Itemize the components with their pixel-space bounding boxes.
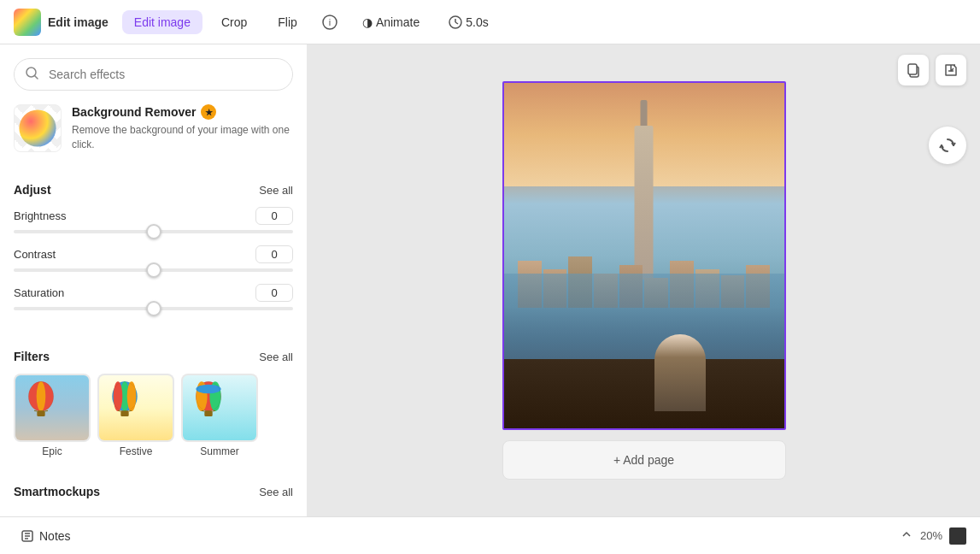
- image-content: [504, 83, 784, 428]
- duration-label: 5.0s: [466, 15, 488, 29]
- svg-point-8: [37, 381, 46, 411]
- export-button[interactable]: [936, 55, 966, 85]
- copy-icon: [906, 62, 921, 78]
- flip-button[interactable]: Flip: [266, 10, 309, 34]
- notes-button[interactable]: Notes: [14, 526, 78, 546]
- filter-festive-thumb: [97, 374, 174, 442]
- edit-image-title: Edit image: [48, 15, 109, 29]
- svg-line-11: [34, 410, 37, 411]
- svg-line-12: [45, 410, 48, 411]
- brightness-thumb[interactable]: [146, 224, 161, 239]
- smartmockups-see-all[interactable]: See all: [259, 486, 293, 498]
- filter-summer-label: Summer: [200, 445, 238, 457]
- contrast-input[interactable]: [255, 245, 293, 263]
- left-panel: Background Remover ★ Remove the backgrou…: [0, 44, 308, 516]
- filters-section: Filters See all: [0, 339, 307, 468]
- contrast-slider[interactable]: [14, 268, 293, 272]
- zoom-icon: [949, 527, 966, 545]
- svg-rect-26: [204, 410, 212, 416]
- person: [654, 334, 706, 411]
- saturation-input[interactable]: [255, 284, 293, 302]
- balloon-epic-svg: [15, 374, 67, 425]
- ground: [504, 359, 784, 428]
- brightness-input[interactable]: [255, 207, 293, 225]
- filter-summer-thumb: [181, 374, 258, 442]
- brightness-label: Brightness: [14, 209, 66, 222]
- notes-label: Notes: [39, 529, 71, 543]
- toolbar: Edit image Edit image Crop Flip i ◑ Anim…: [0, 0, 980, 44]
- contrast-thumb[interactable]: [146, 262, 161, 278]
- balloon-summer-svg: [183, 374, 234, 425]
- filter-epic[interactable]: Epic: [14, 374, 91, 457]
- filters-header: Filters See all: [14, 350, 293, 363]
- filter-festive-label: Festive: [120, 445, 153, 457]
- saturation-thumb[interactable]: [146, 301, 161, 316]
- svg-point-16: [127, 381, 137, 411]
- animate-label: Animate: [376, 15, 420, 29]
- svg-line-4: [455, 22, 458, 24]
- adjust-see-all[interactable]: See all: [259, 184, 293, 197]
- saturation-label: Saturation: [14, 286, 64, 299]
- main-area: Background Remover ★ Remove the backgrou…: [0, 44, 980, 516]
- search-icon: [26, 67, 38, 82]
- info-button[interactable]: i: [316, 9, 343, 36]
- filter-epic-thumb: [14, 374, 91, 442]
- search-box: [14, 58, 293, 91]
- filter-summer[interactable]: Summer: [181, 374, 258, 457]
- image-frame[interactable]: [502, 81, 786, 430]
- canvas-area: + Add page: [308, 44, 980, 516]
- tower-top: [641, 100, 648, 126]
- canvas-tools: [898, 55, 966, 85]
- animate-icon: ◑: [362, 15, 373, 29]
- copy-button[interactable]: [898, 55, 929, 85]
- contrast-label: Contrast: [14, 248, 56, 261]
- chevron-up-icon: [900, 527, 913, 541]
- crop-button[interactable]: Crop: [209, 10, 259, 34]
- bottom-right: 20%: [900, 527, 966, 545]
- adjust-header: Adjust See all: [14, 183, 293, 197]
- smartmockups-header: Smartmockups See all: [14, 485, 293, 498]
- chevron-up-button[interactable]: [900, 527, 913, 544]
- background-remover-image: [14, 104, 62, 152]
- zoom-percentage: 20%: [920, 529, 942, 542]
- background-remover-info: Background Remover ★ Remove the backgrou…: [72, 104, 293, 152]
- canva-logo: [14, 9, 41, 36]
- duration-button[interactable]: 5.0s: [438, 10, 498, 34]
- pro-badge: ★: [201, 104, 216, 120]
- background-remover-card[interactable]: Background Remover ★ Remove the backgrou…: [14, 104, 293, 152]
- adjust-section: Adjust See all Brightness Contrast: [0, 173, 307, 333]
- animate-button[interactable]: ◑ Animate: [350, 10, 431, 34]
- svg-line-19: [118, 410, 120, 411]
- add-page-button[interactable]: + Add page: [502, 440, 786, 480]
- saturation-slider[interactable]: [14, 307, 293, 310]
- water: [504, 274, 784, 359]
- svg-rect-10: [37, 410, 44, 416]
- refresh-icon: [939, 137, 956, 154]
- filters-see-all[interactable]: See all: [259, 351, 293, 363]
- edit-image-button[interactable]: Edit image: [122, 10, 202, 34]
- smartmockups-title: Smartmockups: [14, 485, 100, 498]
- clock-icon: [449, 15, 462, 29]
- refresh-button[interactable]: [929, 127, 966, 164]
- ball-graphic: [15, 105, 61, 151]
- svg-rect-18: [120, 410, 128, 416]
- smartmockups-section: Smartmockups See all: [0, 474, 307, 516]
- brightness-row: Brightness: [14, 207, 293, 233]
- svg-line-20: [129, 410, 132, 411]
- svg-line-6: [35, 76, 38, 80]
- search-input[interactable]: [14, 58, 293, 91]
- svg-line-27: [202, 410, 204, 411]
- svg-rect-30: [908, 64, 917, 74]
- bottom-bar: Notes 20%: [0, 516, 980, 554]
- filter-festive[interactable]: Festive: [97, 374, 174, 457]
- brightness-slider[interactable]: [14, 230, 293, 233]
- svg-line-28: [213, 410, 215, 411]
- svg-point-15: [114, 381, 123, 411]
- saturation-row: Saturation: [14, 284, 293, 310]
- person-body: [654, 334, 706, 411]
- filters-title: Filters: [14, 350, 50, 363]
- svg-text:i: i: [329, 17, 331, 27]
- export-icon: [943, 62, 959, 78]
- notes-icon: [21, 529, 34, 543]
- filters-grid: Epic: [14, 374, 293, 457]
